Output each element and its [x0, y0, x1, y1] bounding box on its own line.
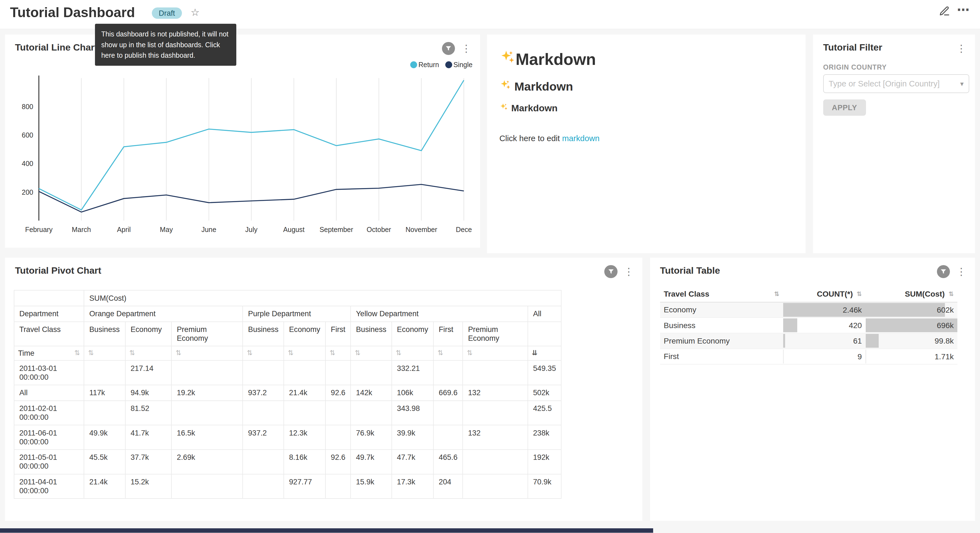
draft-badge[interactable]: Draft	[152, 8, 182, 19]
pivot-subcol-header	[528, 322, 561, 346]
sort-icon[interactable]: ⇅	[288, 349, 293, 357]
sparkles-icon	[500, 49, 515, 69]
sort-icon[interactable]: ⇅	[247, 349, 253, 357]
svg-text:October: October	[367, 226, 391, 233]
sort-icon[interactable]: ⇅	[129, 349, 135, 357]
sparkles-icon	[500, 79, 511, 94]
legend-item[interactable]: Single	[445, 61, 473, 69]
svg-text:November: November	[406, 226, 437, 233]
table-row[interactable]: Business420696k	[660, 318, 958, 333]
sort-icon[interactable]: ⇅	[774, 290, 779, 298]
pivot-cell: 37.7k	[125, 450, 172, 474]
pivot-cell: 549.35	[528, 361, 561, 385]
sort-icon[interactable]: ⇅	[467, 349, 473, 357]
markdown-h2: Markdown	[500, 79, 793, 94]
pivot-cell: 41.7k	[125, 425, 172, 450]
cell-count: 61	[783, 333, 866, 348]
pivot-row-label: All	[14, 385, 84, 401]
pivot-cell	[433, 361, 463, 385]
edit-pencil-icon[interactable]	[939, 6, 950, 19]
pivot-subcol-header: Business	[351, 322, 391, 346]
filter-funnel-icon[interactable]	[442, 42, 455, 55]
pivot-row: 2011-03-01 00:00:00217.14332.21549.35	[14, 361, 561, 385]
sort-icon[interactable]: ⇅	[355, 349, 361, 357]
pivot-sort-cell[interactable]: ⇅	[351, 346, 391, 361]
origin-country-select[interactable]: Type or Select [Origin Country] ▾	[823, 74, 969, 93]
table-row[interactable]: First91.71k	[660, 349, 958, 364]
filter-funnel-icon[interactable]	[937, 265, 950, 278]
resize-indicator[interactable]	[0, 528, 653, 533]
pivot-row: 2011-06-01 00:00:0049.9k41.7k16.5k937.21…	[14, 425, 561, 450]
sort-icon[interactable]: ⇅	[438, 349, 443, 357]
cell-sum: 696k	[866, 318, 958, 333]
filter-funnel-icon[interactable]	[604, 265, 617, 278]
pivot-cell	[351, 401, 391, 425]
pivot-row-dim[interactable]: Time⇅	[14, 346, 84, 361]
pivot-row: 2011-04-01 00:00:0021.4k15.2k927.7715.9k…	[14, 474, 561, 499]
table-card-title: Tutorial Table	[660, 265, 720, 276]
pivot-subcol-header: First	[326, 322, 351, 346]
pivot-sort-cell[interactable]: ⇅	[84, 346, 125, 361]
pivot-sort-cell[interactable]: ⇅	[392, 346, 433, 361]
pivot-cell: 132	[463, 385, 528, 401]
col-header-travel-class[interactable]: Travel Class⇅	[660, 286, 783, 302]
table-row[interactable]: Premium Economy6199.8k	[660, 333, 958, 348]
chevron-down-icon: ▾	[960, 80, 964, 88]
pivot-cell	[243, 474, 283, 499]
sort-icon[interactable]: ⇅	[329, 349, 336, 357]
markdown-h1: Markdown	[500, 49, 793, 69]
favorite-star-icon[interactable]: ☆	[191, 6, 200, 18]
svg-text:400: 400	[22, 160, 33, 168]
pivot-sort-cell[interactable]: ⇅	[463, 346, 528, 361]
pivot-sort-cell[interactable]: ⇅	[172, 346, 243, 361]
sort-icon[interactable]: ⇅	[74, 349, 80, 357]
sort-icon[interactable]: ⇅	[176, 349, 181, 357]
pivot-sort-cell[interactable]: ⇅	[284, 346, 326, 361]
sort-icon[interactable]: ⇅	[948, 290, 954, 298]
legend-item[interactable]: Return	[410, 61, 439, 69]
pivot-sort-cell[interactable]: ⇊	[528, 346, 561, 361]
pivot-cell	[172, 361, 243, 385]
pivot-cell	[463, 401, 528, 425]
svg-text:600: 600	[22, 131, 33, 139]
pivot-cell: 2.69k	[172, 450, 243, 474]
pivot-cell: 132	[463, 425, 528, 450]
publish-tooltip[interactable]: This dashboard is not published, it will…	[95, 24, 236, 66]
line-chart-more-icon[interactable]: ⋮	[461, 42, 471, 55]
apply-button[interactable]: APPLY	[823, 99, 866, 116]
markdown-edit-link[interactable]: markdown	[562, 134, 600, 143]
pivot-cell	[433, 401, 463, 425]
svg-text:800: 800	[22, 103, 33, 110]
header-more-icon[interactable]: ⋯	[957, 3, 970, 17]
sort-icon[interactable]: ⇅	[396, 349, 401, 357]
pivot-row: 2011-02-01 00:00:0081.52343.98425.5	[14, 401, 561, 425]
pivot-cell	[326, 474, 351, 499]
pivot-cell: 15.9k	[351, 474, 391, 499]
table-card-more-icon[interactable]: ⋮	[956, 265, 966, 278]
dashboard-page: Tutorial Dashboard Draft ☆ ⋯ This dashbo…	[0, 0, 980, 533]
pivot-cell	[243, 361, 283, 385]
table-row[interactable]: Economy2.46k602k	[660, 302, 958, 318]
pivot-cell: 204	[433, 474, 463, 499]
col-header-sum-cost[interactable]: SUM(Cost)⇅	[866, 286, 958, 302]
sort-icon[interactable]: ⇅	[857, 290, 862, 298]
col-header-count[interactable]: COUNT(*)⇅	[783, 286, 866, 302]
sort-icon[interactable]: ⇊	[532, 349, 538, 357]
markdown-card[interactable]: Markdown Markdown Markdown Click here to…	[487, 35, 806, 253]
filter-card-more-icon[interactable]: ⋮	[956, 42, 966, 55]
pivot-cell: 49.7k	[351, 450, 391, 474]
cell-bar	[783, 334, 785, 348]
pivot-cell: 669.6	[433, 385, 463, 401]
pivot-sort-cell[interactable]: ⇅	[125, 346, 172, 361]
pivot-sort-cell[interactable]: ⇅	[326, 346, 351, 361]
pivot-cell: 343.98	[392, 401, 433, 425]
sort-icon[interactable]: ⇅	[88, 349, 94, 357]
pivot-sort-cell[interactable]: ⇅	[433, 346, 463, 361]
pivot-cell: 94.9k	[125, 385, 172, 401]
pivot-sort-cell[interactable]: ⇅	[243, 346, 283, 361]
pivot-card-more-icon[interactable]: ⋮	[624, 265, 633, 278]
line-chart-card: Tutorial Line Chart ⋮ ReturnSingle 20040…	[5, 35, 480, 248]
pivot-cell: 70.9k	[528, 474, 561, 499]
pivot-subcol-header: Economy	[392, 322, 433, 346]
pivot-cell	[326, 401, 351, 425]
